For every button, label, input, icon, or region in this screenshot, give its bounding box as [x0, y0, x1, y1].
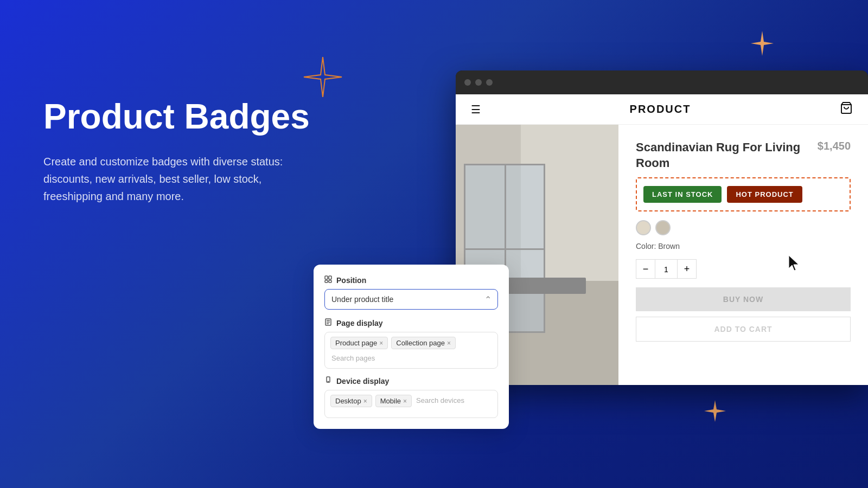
browser-dot-2 [475, 79, 482, 86]
browser-content: ☰ PRODUCT [456, 94, 868, 385]
browser-dot-1 [464, 79, 471, 86]
product-area: Scandinavian Rug For Living Room $1,450 … [456, 125, 868, 385]
color-label: Color: Brown [636, 242, 851, 251]
position-select-wrapper: Under product title Above product title … [324, 289, 498, 310]
device-icon [324, 376, 332, 386]
page-icon [324, 318, 332, 328]
buy-now-button[interactable]: BUY NOW [636, 287, 851, 311]
quantity-row: − 1 + [636, 259, 851, 279]
page-description: Create and customize badges with diverse… [43, 153, 315, 205]
quantity-plus[interactable]: + [677, 259, 697, 279]
page-display-section-title: Page display [324, 318, 498, 328]
device-search-placeholder: Search devices [415, 395, 465, 406]
add-to-cart-button[interactable]: ADD TO CART [636, 317, 851, 342]
product-price: $1,450 [818, 140, 851, 152]
page-title: Product Badges [43, 98, 347, 136]
browser-dot-3 [486, 79, 493, 86]
product-name-row: Scandinavian Rug For Living Room $1,450 [636, 140, 851, 171]
page-search-placeholder: Search pages [330, 352, 376, 364]
left-panel: Product Badges Create and customize badg… [43, 98, 347, 205]
device-tag-desktop[interactable]: Desktop × [330, 395, 372, 407]
position-icon [324, 275, 332, 285]
swatch-light[interactable] [636, 220, 651, 235]
page-tags-input[interactable]: Product page × Collection page × Search … [324, 332, 498, 369]
swatch-medium[interactable] [655, 220, 671, 235]
remove-collection-page-tag[interactable]: × [447, 339, 451, 347]
remove-mobile-tag[interactable]: × [403, 397, 407, 405]
shop-header: ☰ PRODUCT [456, 94, 868, 125]
badge-last-in-stock: LAST IN STOCK [643, 186, 722, 203]
page-tag-collection[interactable]: Collection page × [391, 337, 456, 349]
quantity-value: 1 [655, 259, 677, 279]
position-panel: Position Under product title Above produ… [314, 265, 509, 429]
position-section-title: Position [324, 275, 498, 285]
svg-rect-2 [329, 276, 331, 279]
badges-container: LAST IN STOCK HOT PRODUCT [636, 177, 851, 211]
remove-desktop-tag[interactable]: × [363, 397, 367, 405]
product-name: Scandinavian Rug For Living Room [636, 140, 818, 171]
browser-topbar [456, 70, 868, 94]
hamburger-icon[interactable]: ☰ [471, 103, 481, 116]
sparkle-top-icon [301, 54, 344, 103]
product-details: Scandinavian Rug For Living Room $1,450 … [618, 125, 868, 385]
shop-name: PRODUCT [630, 103, 691, 115]
position-select[interactable]: Under product title Above product title … [324, 289, 498, 310]
sparkle-br-icon [703, 399, 727, 423]
sparkle-tr-icon [749, 30, 776, 57]
page-tag-product[interactable]: Product page × [330, 337, 388, 349]
svg-rect-1 [325, 276, 328, 279]
device-tags-input[interactable]: Desktop × Mobile × Search devices [324, 390, 498, 418]
svg-rect-4 [329, 280, 331, 282]
device-display-section-title: Device display [324, 376, 498, 386]
badge-hot-product: HOT PRODUCT [727, 186, 802, 203]
color-swatches [636, 220, 851, 235]
quantity-minus[interactable]: − [636, 259, 655, 279]
device-tag-mobile[interactable]: Mobile × [375, 395, 412, 407]
svg-rect-3 [325, 280, 328, 282]
svg-point-10 [328, 381, 328, 382]
browser-mockup: ☰ PRODUCT [456, 70, 868, 385]
remove-product-page-tag[interactable]: × [379, 339, 383, 347]
cart-icon[interactable] [840, 101, 853, 117]
